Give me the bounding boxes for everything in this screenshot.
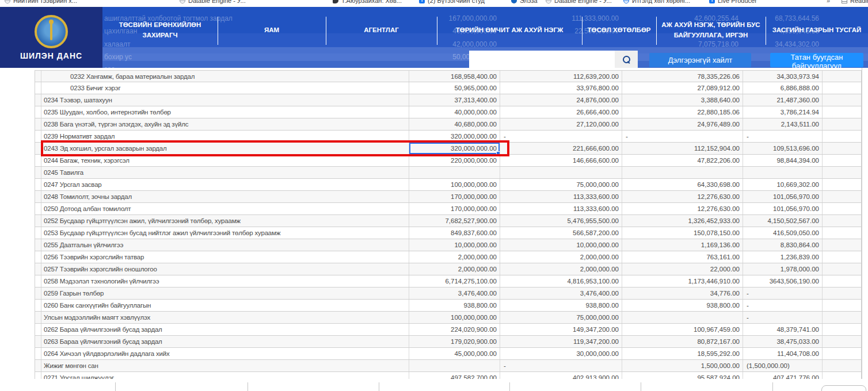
table-row[interactable]: Улсын мэдээллийн маягт хэвлүүлэх 100,000… xyxy=(35,312,862,324)
row-amount-total[interactable]: 10,000,000.00 xyxy=(409,239,500,251)
search-button[interactable] xyxy=(615,51,638,68)
row-amount-col3: - xyxy=(622,131,743,142)
row-amount-col4: 101,056,970.00 xyxy=(743,203,822,214)
table-row[interactable]: 0247 Урсгал засвар 100,000,000.00 75,000… xyxy=(35,179,862,191)
row-amount-total[interactable]: 849,837,600.00 xyxy=(409,227,500,239)
detail-search-button[interactable]: Дэлгэрэнгүй хайлт xyxy=(649,53,751,67)
row-amount-total[interactable]: 3,476,400.00 xyxy=(409,288,500,299)
dissolved-orgs-button[interactable]: Татан буугдсан байгууллагууд xyxy=(770,53,863,67)
bookmarks-overflow-icon[interactable]: » xyxy=(827,0,830,4)
bottom-rounded-control[interactable] xyxy=(821,385,866,391)
row-amount-total[interactable]: 224,020,900.00 xyxy=(409,324,500,335)
row-label: 0233 Бичиг хэрэг xyxy=(41,82,409,94)
nav-item[interactable]: ТӨРИЙН ӨМЧИТ АЖ АХУЙ НЭГЖ xyxy=(437,7,582,53)
table-row[interactable]: 0245 Тавилга xyxy=(35,167,862,179)
bookmark-label: Live Producer xyxy=(718,0,757,4)
table-row[interactable]: 0239 Нормативт зардал 320,000,000.00 - -… xyxy=(35,131,862,143)
bookmark-item[interactable]: Нийтийн тээврийн х... xyxy=(5,0,77,4)
row-empty-cell xyxy=(822,118,862,130)
row-amount-total[interactable]: 320,000,000.00 xyxy=(409,131,500,142)
table-row[interactable]: 0233 Бичиг хэрэг 50,965,000.00 33,976,80… xyxy=(35,82,862,94)
row-amount-col2: 75,000,000.00 xyxy=(500,179,622,190)
row-amount-col2: 33,976,800.00 xyxy=(500,82,622,94)
nav-item[interactable]: ТӨСӨЛ ХӨТӨЛБӨР xyxy=(582,7,656,53)
nav-item[interactable]: АЖ АХУЙ НЭГЖ, ТӨРИЙН БУС БАЙГУУЛЛАГА, ИР… xyxy=(656,7,766,53)
bookmark-item[interactable]: fLive Producer xyxy=(709,0,757,4)
brand-block[interactable]: ШИЛЭН ДАНС xyxy=(0,7,102,68)
table-row[interactable]: 0262 Бараа үйлчилгээний бусад зардал 224… xyxy=(35,324,862,336)
table-row[interactable]: 0259 Газрын төлбөр 3,476,400.00 3,476,40… xyxy=(35,288,862,300)
row-label: 0262 Бараа үйлчилгээний бусад зардал xyxy=(41,324,409,335)
row-empty-cell xyxy=(822,263,862,275)
nav-item[interactable]: АГЕНТЛАГ xyxy=(326,7,437,53)
row-label: 0264 Хичээл үйлдвэрлэлийн дадлага хийх xyxy=(41,348,409,359)
row-amount-total[interactable]: 170,000,000.00 xyxy=(409,203,500,214)
bookmark-label: Нийтийн тээврийн х... xyxy=(13,0,77,4)
bookmark-item[interactable]: Т.Аюурзайхан: Хөв... xyxy=(333,0,402,4)
bookmark-item[interactable]: Datable Engine - У... xyxy=(546,0,612,4)
table-row[interactable]: 0234 Тээвэр, шатахуун 37,313,400.00 24,8… xyxy=(35,94,862,106)
nav-item[interactable]: ЯАМ xyxy=(218,7,326,53)
table-row[interactable]: 0253 Бусдаар гүйцэтгүүлсэн бусад нийтлэг… xyxy=(35,227,862,239)
row-amount-total[interactable]: 50,965,000.00 xyxy=(409,82,500,94)
row-amount-total[interactable]: 2,000,000.00 xyxy=(409,263,500,275)
table-row[interactable]: 0260 Банк санхүүгийн байгууллагын 938,80… xyxy=(35,300,862,312)
search-input[interactable] xyxy=(469,51,615,68)
table-row[interactable]: 0235 Шуудан, холбоо, интернэтийн төлбөр … xyxy=(35,106,862,118)
row-amount-col4: 48,379,741.00 xyxy=(743,324,822,335)
row-amount-total[interactable]: 938,800.00 xyxy=(409,300,500,311)
row-gutter-cell xyxy=(35,167,41,178)
bookmark-item[interactable]: Итгэлд хөл хөрөнг... xyxy=(623,0,690,4)
row-amount-total[interactable]: 37,313,400.00 xyxy=(409,94,500,106)
table-row[interactable]: 0264 Хичээл үйлдвэрлэлийн дадлага хийх 4… xyxy=(35,348,862,360)
footer-divider xyxy=(248,382,248,391)
row-amount-col2: 566,587,200.00 xyxy=(500,227,622,239)
row-amount-col2: 112,639,200.00 xyxy=(500,71,622,82)
table-row[interactable]: 0238 Бага үнэтэй, түргэн элэгдэх, ахуйн … xyxy=(35,118,862,131)
row-amount-col2: 938,800.00 xyxy=(500,300,622,311)
row-amount-total[interactable]: 45,000,000.00 xyxy=(409,348,500,359)
table-row[interactable]: 0263 Бараа үйлчилгээний бусад зардал 179… xyxy=(35,336,862,348)
nav-item[interactable]: ТӨСВИЙН ЕРӨНХИЙЛӨН ЗАХИРАГЧ xyxy=(102,7,218,53)
row-amount-total[interactable]: 168,958,400.00 xyxy=(409,71,500,82)
footer-divider xyxy=(509,382,510,391)
row-gutter-cell xyxy=(35,191,41,202)
table-row[interactable]: 0232 Хангамж, бараа материалын зардал 16… xyxy=(35,70,862,82)
table-row[interactable]: 0244 Багаж, техник, хэрэгсэл 220,000,000… xyxy=(35,155,862,167)
table-row[interactable]: 0243 Эд хогшил, урсгал засварын зардал 3… xyxy=(35,143,862,155)
row-gutter-cell xyxy=(35,71,41,82)
search-icon xyxy=(623,56,630,63)
row-amount-total[interactable]: 6,714,275,100.00 xyxy=(409,275,500,287)
table-row[interactable]: Жижиг мөнгөн сан - 1,500,000.00 (1,500,0… xyxy=(35,360,862,372)
table-row[interactable]: 0256 Тээврийн хэрэгслийн татвар 2,000,00… xyxy=(35,251,862,263)
table-row[interactable]: 0252 Бусдаар гүйцэтгүүлсэн ажил, үйлчилг… xyxy=(35,215,862,227)
row-amount-col2: 10,000,000.00 xyxy=(500,239,622,251)
table-row[interactable]: 0255 Даатгалын үйлчилгээ 10,000,000.00 1… xyxy=(35,239,862,251)
table-row[interactable]: 0248 Томилолт, зочны зардал 170,000,000.… xyxy=(35,191,862,203)
row-amount-total[interactable]: 40,680,000.00 xyxy=(409,118,500,130)
row-amount-total[interactable]: 40,000,000.00 xyxy=(409,106,500,118)
row-amount-total[interactable] xyxy=(409,167,500,178)
row-amount-total[interactable]: 2,000,000.00 xyxy=(409,251,500,263)
row-amount-total[interactable]: 320,000,000.00 xyxy=(409,143,500,154)
row-amount-total[interactable] xyxy=(409,360,500,371)
row-amount-total[interactable]: 7,682,527,900.00 xyxy=(409,215,500,227)
bookmark-item[interactable]: Datable Engine - У... xyxy=(180,0,246,4)
table-row[interactable]: 0250 Дотоод албан томилолт 170,000,000.0… xyxy=(35,203,862,215)
row-gutter-cell xyxy=(35,143,41,154)
row-label: 0235 Шуудан, холбоо, интернэтийн төлбөр xyxy=(41,106,409,118)
row-amount-col4: - xyxy=(743,312,822,323)
row-amount-total[interactable]: 100,000,000.00 xyxy=(409,179,500,190)
table-row[interactable]: 0257 Тээврийн хэрэгслийн оношлогоо 2,000… xyxy=(35,263,862,275)
bookmark-item[interactable]: Reading xyxy=(842,0,868,4)
scrollbar-gutter[interactable] xyxy=(862,68,868,379)
bookmark-item[interactable]: Элэза xyxy=(511,0,538,4)
app-icon xyxy=(511,0,517,3)
nav-item[interactable]: ЗАСГИЙН ГАЗРЫН ТУСГАЙ xyxy=(766,7,868,53)
row-amount-total[interactable]: 100,000,000.00 xyxy=(409,312,500,323)
row-amount-total[interactable]: 220,000,000.00 xyxy=(409,155,500,166)
row-amount-total[interactable]: 170,000,000.00 xyxy=(409,191,500,202)
row-amount-total[interactable]: 179,020,900.00 xyxy=(409,336,500,347)
table-row[interactable]: 0258 Мэдээлэл тэхнологийн үйлчилгээ 6,71… xyxy=(35,275,862,288)
bookmark-item[interactable]: f(2) Бүтээгчийн студ xyxy=(419,0,485,4)
